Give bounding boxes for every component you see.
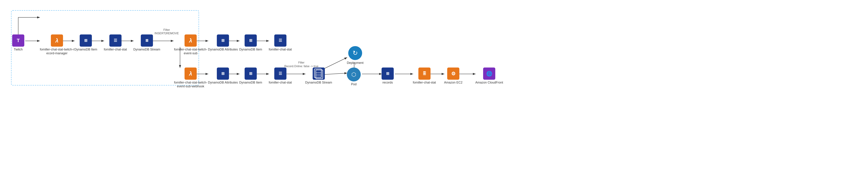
dynamodb-stream1-node[interactable]: ≣ DynamoDB Stream [133,34,160,51]
cloudfront-icon: 🌐 [483,68,495,80]
dynamodb-stream1-icon: ≣ [141,34,153,47]
dynamodb-stream2-node[interactable]: DynamoDB Stream [305,68,332,84]
ec2-label: Amazon EC2 [444,81,462,84]
dynamodb-item2-label: DynamoDB Item [239,48,262,51]
dynamodb-attr2-node[interactable]: ⊞ DynamoDB Attributes [208,68,238,84]
dynamodb-stream1-label: DynamoDB Stream [133,48,160,51]
dynamodb-attr2-icon: ⊞ [217,68,229,80]
diagram-container: T Twitch λ fomiller-chat-stat-twitch-rec… [0,0,868,174]
cloudfront-node[interactable]: 🌐 Amazon CloudFront [475,68,503,84]
dynamodb-item2-node[interactable]: ⊞ DynamoDB Item [239,34,262,51]
dynamodb-attr1-icon: ⊞ [217,34,229,47]
lambda3-label: fomiller-chat-stat-twitch-event-sub-webh… [173,81,208,88]
pod-label: Pod [351,82,356,86]
twitch-icon: T [12,34,24,47]
dynamodb-stream2-icon [313,68,325,80]
deployment-node[interactable]: ↻ Deployment [347,46,364,65]
dynamodb-attr1-label: DynamoDB Attributes [208,48,238,51]
pod-node[interactable]: ⬡ Pod [347,68,361,86]
records-label: records [382,81,393,84]
cloudfront-label: Amazon CloudFront [475,81,503,84]
pod-icon: ⬡ [347,68,361,81]
records-node[interactable]: ⊞ records [381,68,394,84]
dynamodb-stream2-label: DynamoDB Stream [305,81,332,84]
lambda2-label: fomiller-chat-stat-twitch-event-sub [173,48,208,55]
dynamodb-item3-node[interactable]: ⊞ DynamoDB Item [239,68,262,84]
connection-lines [0,0,868,174]
dynamodb-attr2-label: DynamoDB Attributes [208,81,238,84]
lambda1-label: fomiller-chat-stat-twitch-record-manager [39,48,74,55]
chat-stat4-icon: 🗄 [418,68,431,80]
dynamodb-item3-icon: ⊞ [245,68,257,80]
twitch-node[interactable]: T Twitch [12,34,24,51]
chat-stat2-icon: ☰ [274,34,286,47]
filter-record-label: FilterRecord.Online: false -> true [284,61,318,68]
chat-stat2-label: fomiller-chat-stat [269,48,292,51]
lambda2-node[interactable]: λ fomiller-chat-stat-twitch-event-sub [173,34,208,55]
deployment-label: Deployment [347,61,364,65]
chat-stat1-node[interactable]: ☰ fomiller-chat-stat [104,34,127,51]
chat-stat1-label: fomiller-chat-stat [104,48,127,51]
dynamodb-attr1-node[interactable]: ⊞ DynamoDB Attributes [208,34,238,51]
chat-stat3-icon: ☰ [274,68,286,80]
lambda3-node[interactable]: λ fomiller-chat-stat-twitch-event-sub-we… [173,68,208,88]
lambda2-icon: λ [185,34,197,47]
ec2-icon: ⚙ [447,68,459,80]
chat-stat3-label: fomiller-chat-stat [269,81,292,84]
chat-stat3-node[interactable]: ☰ fomiller-chat-stat [269,68,292,84]
dynamodb-item1-node[interactable]: ⊞ DynamoDB Item [74,34,97,51]
ec2-node[interactable]: ⚙ Amazon EC2 [444,68,462,84]
deployment-icon: ↻ [348,46,362,60]
records-icon: ⊞ [381,68,394,80]
chat-stat4-label: fomiller-chat-stat [413,81,436,84]
dynamodb-item3-label: DynamoDB Item [239,81,262,84]
dynamodb-item1-icon: ⊞ [80,34,92,47]
dynamodb-item1-label: DynamoDB Item [74,48,97,51]
dynamodb-item2-icon: ⊞ [245,34,257,47]
filter-insert-label: Filter INSERT|REMOVE [155,28,179,35]
chat-stat4-node[interactable]: 🗄 fomiller-chat-stat [413,68,436,84]
chat-stat1-icon: ☰ [110,34,122,47]
lambda1-node[interactable]: λ fomiller-chat-stat-twitch-record-manag… [39,34,74,55]
chat-stat2-node[interactable]: ☰ fomiller-chat-stat [269,34,292,51]
lambda1-icon: λ [51,34,63,47]
twitch-label: Twitch [14,48,23,51]
lambda3-icon: λ [185,68,197,80]
